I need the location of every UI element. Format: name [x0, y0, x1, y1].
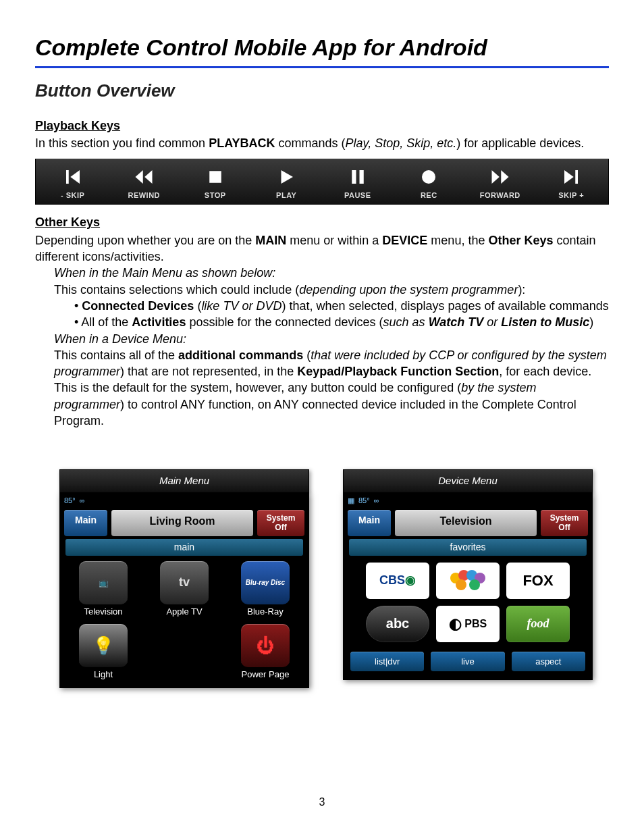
text: DEVICE	[382, 234, 427, 247]
text: , for each device.	[499, 365, 591, 378]
tile-power[interactable]: ⏻ Power Page	[229, 624, 302, 681]
text: ) that, when selected, displays pages of…	[281, 299, 608, 313]
text: like TV or DVD	[201, 299, 281, 313]
svg-rect-1	[352, 170, 356, 184]
text: Depending upon whether you are on the	[35, 234, 255, 247]
text: Activities	[132, 315, 186, 329]
text: menu or within a	[286, 234, 382, 247]
temp: 85°	[358, 496, 370, 506]
main-menu-header: When in the Main Menu as shown below:	[35, 265, 609, 281]
label: CBS	[379, 572, 405, 588]
text: PLAYBACK	[209, 136, 275, 150]
text: ) to control ANY function, on ANY connec…	[54, 398, 576, 427]
temp: 85°	[64, 496, 76, 506]
page-number: 3	[0, 795, 644, 810]
svg-rect-2	[359, 170, 363, 184]
stop-icon	[180, 165, 251, 189]
skip-back-button[interactable]: - SKIP	[37, 165, 109, 201]
text: (	[303, 348, 311, 362]
label: Light	[67, 669, 140, 681]
other-p1: Depending upon whether you are on the MA…	[35, 232, 609, 265]
rewind-button[interactable]: REWIND	[109, 165, 180, 201]
label: STOP	[180, 190, 251, 201]
bluray-icon: Blu-ray Disc	[241, 561, 290, 604]
text: MAIN	[255, 234, 286, 247]
channel-cbs[interactable]: CBS◉	[366, 563, 429, 599]
device-menu-header: When in a Device Menu:	[35, 331, 609, 347]
label: PBS	[464, 617, 487, 631]
text: ):	[518, 283, 525, 296]
text: Keypad/Playback Function Section	[297, 365, 499, 378]
channel-abc[interactable]: abc	[366, 606, 429, 642]
text: In this section you find common	[35, 136, 209, 150]
bullet-1: • Connected Devices (like TV or DVD) tha…	[35, 298, 609, 314]
device-menu-p3: This is the default for the system, howe…	[35, 380, 609, 429]
record-icon	[394, 165, 465, 189]
power-icon: ⏻	[241, 624, 290, 667]
live-button[interactable]: live	[431, 652, 504, 672]
text: Watch TV	[429, 315, 484, 329]
label: Blue-Ray	[229, 606, 302, 618]
label: PAUSE	[322, 190, 394, 201]
caption: Main Menu	[59, 469, 309, 492]
playback-heading: Playback Keys	[35, 118, 609, 134]
stop-button[interactable]: STOP	[180, 165, 251, 201]
label: Apple TV	[148, 606, 221, 618]
light-icon: 💡	[79, 624, 128, 667]
svg-rect-0	[209, 171, 221, 183]
text: additional commands	[178, 348, 303, 362]
sub-label: main	[65, 539, 303, 556]
label: SKIP +	[536, 190, 608, 201]
label: PLAY	[251, 190, 323, 201]
channel-nbc[interactable]	[436, 563, 500, 599]
tile-television[interactable]: 📺 Television	[67, 561, 140, 618]
label: Television	[67, 606, 140, 618]
listdvr-button[interactable]: list|dvr	[350, 652, 424, 672]
appletv-icon: tv	[160, 561, 209, 604]
tile-light[interactable]: 💡 Light	[67, 624, 140, 681]
section-title: Button Overview	[35, 79, 609, 103]
text: This contains all of the	[54, 348, 178, 362]
other-keys-heading: Other Keys	[35, 214, 609, 230]
channel-fox[interactable]: FOX	[506, 563, 570, 599]
bullet-2: • All of the Activities possible for the…	[35, 314, 609, 330]
device-menu-p2: This contains all of the additional comm…	[35, 347, 609, 380]
system-off-button[interactable]: System Off	[541, 510, 588, 536]
label: REC	[394, 190, 465, 201]
pause-button[interactable]: PAUSE	[322, 165, 394, 201]
text: Connected Devices	[82, 299, 194, 313]
tile-bluray[interactable]: Blu-ray Disc Blue-Ray	[229, 561, 302, 618]
text: Play, Stop, Skip, etc.	[346, 136, 457, 150]
text: depending upon the system programmer	[299, 283, 518, 296]
play-icon	[251, 165, 323, 189]
text: ) for applicable devices.	[456, 136, 584, 150]
tile-appletv[interactable]: tv Apple TV	[148, 561, 221, 618]
text: commands (	[275, 136, 345, 150]
text: possible for the connected devices (	[186, 315, 383, 329]
channel-pbs[interactable]: ◐ PBS	[436, 606, 500, 642]
page-title: Complete Control Mobile App for Android	[35, 32, 609, 68]
forward-button[interactable]: FORWARD	[464, 165, 536, 201]
skip-forward-button[interactable]: SKIP +	[536, 165, 608, 201]
channel-food[interactable]: food	[506, 606, 570, 642]
forward-icon	[464, 165, 536, 189]
text: Other Keys	[488, 234, 553, 247]
nbc-icon	[448, 569, 488, 593]
skip-forward-icon	[536, 165, 608, 189]
main-button[interactable]: Main	[348, 510, 391, 536]
main-menu-screenshot: Main Menu 85°∞ Main Living Room System O…	[59, 469, 309, 687]
pause-icon	[322, 165, 394, 189]
system-off-button[interactable]: System Off	[257, 510, 304, 536]
text: This contains selections which could inc…	[54, 283, 299, 296]
svg-point-8	[456, 579, 466, 590]
aspect-button[interactable]: aspect	[512, 652, 585, 672]
text: (	[194, 299, 201, 313]
text: )	[589, 315, 593, 329]
record-button[interactable]: REC	[394, 165, 465, 201]
play-button[interactable]: PLAY	[251, 165, 323, 201]
playback-intro: In this section you find common PLAYBACK…	[35, 135, 609, 151]
playback-bar: - SKIP REWIND STOP PLAY PAUSE REC FORWAR…	[35, 159, 609, 205]
main-button[interactable]: Main	[64, 510, 107, 536]
label: - SKIP	[37, 190, 109, 201]
label: REWIND	[109, 190, 180, 201]
